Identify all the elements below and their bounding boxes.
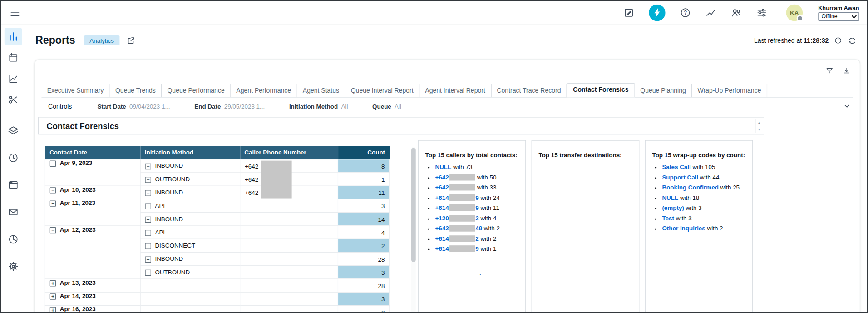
sidebar-item-console[interactable] xyxy=(4,176,22,194)
wrapup-link[interactable]: Other Inquiries xyxy=(662,225,705,232)
control-field-initiation-method[interactable]: Initiation MethodAll xyxy=(289,103,348,110)
sidebar-item-calendar[interactable] xyxy=(4,49,22,66)
calendar-icon xyxy=(7,52,18,63)
collapse-icon[interactable]: − xyxy=(50,227,56,233)
collapse-icon[interactable]: − xyxy=(50,200,56,206)
status-select[interactable]: Offline xyxy=(818,12,859,21)
collapse-icon[interactable]: − xyxy=(50,187,56,193)
tab-agent-performance[interactable]: Agent Performance xyxy=(231,84,297,97)
tab-contact-forensics[interactable]: Contact Forensics xyxy=(567,83,635,97)
tab-agent-interval-report[interactable]: Agent Interval Report xyxy=(419,84,491,97)
col-caller-phone[interactable]: Caller Phone Number xyxy=(240,146,338,159)
col-count[interactable]: Count xyxy=(338,146,389,159)
wrapup-link[interactable]: Test xyxy=(662,215,674,222)
info-icon[interactable] xyxy=(834,36,842,44)
expand-icon[interactable]: + xyxy=(145,217,151,223)
collapse-icon[interactable]: − xyxy=(50,161,56,167)
sheet-scroll-stepper[interactable]: ▲▼ xyxy=(755,119,763,133)
caller-link[interactable]: NULL xyxy=(435,164,451,170)
control-field-start-date[interactable]: Start Date09/04/2023 1... xyxy=(97,103,170,110)
tab-queue-planning[interactable]: Queue Planning xyxy=(635,84,692,97)
feedback-note-icon[interactable] xyxy=(623,7,634,18)
list-item: NULL with 18 xyxy=(662,194,747,201)
sidebar-item-dashboards[interactable] xyxy=(4,28,22,45)
tab-queue-performance[interactable]: Queue Performance xyxy=(162,84,231,97)
tab-agent-status[interactable]: Agent Status xyxy=(297,84,345,97)
settings-sliders-icon[interactable] xyxy=(756,7,767,18)
caller-link-suffix[interactable]: 49 xyxy=(475,225,482,232)
users-icon[interactable] xyxy=(730,7,741,18)
caller-link[interactable]: +614 xyxy=(435,194,449,201)
q-assistant-lightning-icon[interactable] xyxy=(649,4,666,21)
external-link-icon[interactable] xyxy=(126,36,136,45)
analytics-badge: Analytics xyxy=(84,35,119,45)
refresh-icon[interactable] xyxy=(848,36,857,45)
collapse-icon[interactable]: − xyxy=(145,177,151,183)
caller-link[interactable]: +614 xyxy=(435,204,449,211)
caller-link[interactable]: +642 xyxy=(435,184,449,191)
download-icon[interactable] xyxy=(843,66,851,75)
redaction-overlay xyxy=(261,161,291,199)
cell-initiation-method xyxy=(140,279,240,292)
expand-icon[interactable]: + xyxy=(145,257,151,263)
wrapup-link[interactable]: Support Call xyxy=(662,174,698,180)
avatar[interactable]: KA xyxy=(786,4,803,21)
expand-icon[interactable]: + xyxy=(145,230,151,236)
collapse-icon[interactable]: − xyxy=(145,164,151,169)
list-item: +6149 with 24 xyxy=(435,194,520,201)
hamburger-menu-icon[interactable] xyxy=(9,6,21,19)
caller-link[interactable]: +120 xyxy=(435,215,449,222)
caller-link-suffix[interactable]: 2 xyxy=(475,235,478,242)
sidebar-item-settings[interactable] xyxy=(4,258,22,275)
sidebar-item-usage[interactable] xyxy=(4,230,22,248)
collapse-icon[interactable]: − xyxy=(145,190,151,196)
caller-link-suffix[interactable]: 9 xyxy=(475,204,478,211)
col-contact-date[interactable]: Contact Date xyxy=(45,146,140,159)
expand-icon[interactable]: + xyxy=(145,270,151,276)
mail-icon xyxy=(7,207,18,218)
stepper-up-icon[interactable]: ▲ xyxy=(755,119,763,126)
stepper-down-icon[interactable]: ▼ xyxy=(755,126,763,133)
expand-icon[interactable]: + xyxy=(145,243,151,249)
caller-link[interactable]: +614 xyxy=(435,235,449,242)
col-initiation-method[interactable]: Initiation Method xyxy=(140,146,240,159)
tab-wrap-up-performance[interactable]: Wrap-Up Performance xyxy=(692,84,767,97)
cell-count: 28 xyxy=(338,252,389,265)
table-scrollbar[interactable] xyxy=(411,147,416,312)
control-field-end-date[interactable]: End Date29/05/2023 1... xyxy=(194,103,265,110)
tab-queue-trends[interactable]: Queue Trends xyxy=(110,84,162,97)
expand-icon[interactable]: + xyxy=(145,204,151,209)
control-field-queue[interactable]: QueueAll xyxy=(372,103,401,110)
expand-icon[interactable]: + xyxy=(50,307,56,312)
pivot-table-container: Contact Date Initiation Method Caller Ph… xyxy=(45,140,418,312)
chevron-down-icon[interactable] xyxy=(843,103,851,110)
expand-icon[interactable]: + xyxy=(50,280,56,286)
wrapup-link[interactable]: (empty) xyxy=(662,204,684,211)
sidebar-item-analyses[interactable] xyxy=(4,70,22,88)
expand-icon[interactable]: + xyxy=(50,293,56,299)
filter-icon[interactable] xyxy=(825,66,833,75)
sidebar-item-mail[interactable] xyxy=(4,204,22,221)
cell-contact-date: −Apr 12, 2023 xyxy=(45,226,140,279)
caller-link-suffix[interactable]: 2 xyxy=(475,215,478,222)
scrollbar-thumb[interactable] xyxy=(411,148,416,262)
sidebar-item-history[interactable] xyxy=(4,149,22,167)
table-header-row: Contact Date Initiation Method Caller Ph… xyxy=(45,146,389,159)
caller-link-suffix[interactable]: 9 xyxy=(475,194,478,201)
tab-executive-summary[interactable]: Executive Summary xyxy=(41,84,109,97)
cell-initiation-method: +DISCONNECT xyxy=(140,239,240,252)
sidebar-item-data-prep[interactable] xyxy=(4,91,22,109)
caller-link-suffix[interactable]: 9 xyxy=(475,245,478,252)
caller-link[interactable]: +642 xyxy=(435,225,449,232)
tab-contract-trace-record[interactable]: Contract Trace Record xyxy=(491,84,567,97)
caller-link[interactable]: +614 xyxy=(435,245,449,252)
wrapup-link[interactable]: NULL xyxy=(662,194,678,201)
sidebar-item-datasets[interactable] xyxy=(4,122,22,139)
pie-chart-icon xyxy=(7,234,18,245)
caller-link[interactable]: +642 xyxy=(435,174,449,180)
help-icon[interactable]: ? xyxy=(680,7,690,18)
metrics-icon[interactable] xyxy=(705,7,716,18)
wrapup-link[interactable]: Booking Confirmed xyxy=(662,184,718,191)
wrapup-link[interactable]: Sales Call xyxy=(662,164,690,170)
tab-queue-interval-report[interactable]: Queue Interval Report xyxy=(345,84,419,97)
